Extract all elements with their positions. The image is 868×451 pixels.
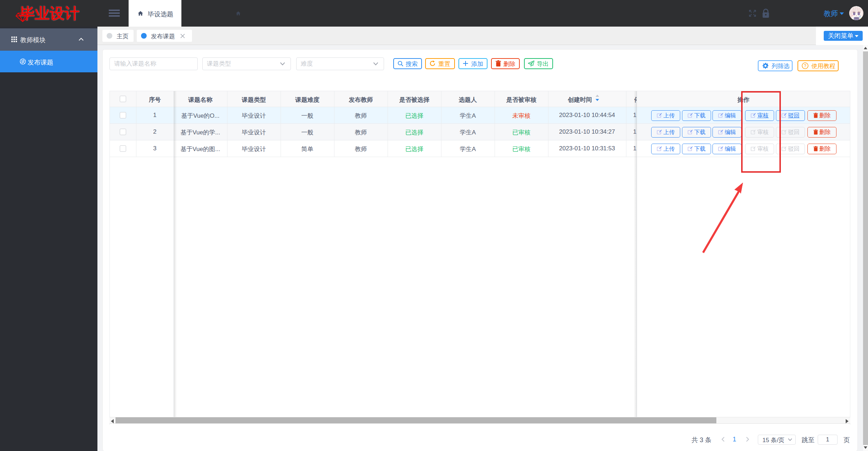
svg-text:?: ? [804, 63, 806, 68]
